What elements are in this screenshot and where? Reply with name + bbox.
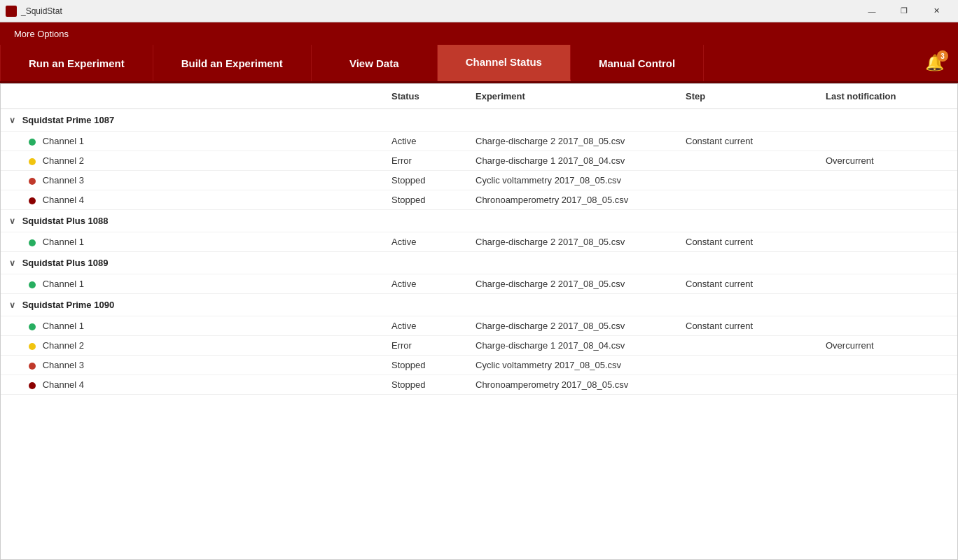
status-dot [29, 343, 36, 350]
channel-experiment-cell: Cyclic voltammetry 2017_08_05.csv [467, 356, 677, 375]
status-dot [29, 139, 36, 146]
channel-experiment-cell: Chronoamperometry 2017_08_05.csv [467, 375, 677, 395]
tab-manual-control[interactable]: Manual Control [571, 45, 704, 81]
status-dot [29, 178, 36, 185]
main-content: Status Experiment Step Last notification… [0, 83, 958, 560]
expand-icon: ∨ [9, 258, 15, 268]
title-bar: _SquidStat — ❐ ✕ [0, 0, 958, 22]
expand-icon: ∨ [9, 300, 15, 310]
channel-status-cell: Active [383, 232, 467, 252]
table-row[interactable]: Channel 1 Active Charge-discharge 2 2017… [1, 132, 957, 151]
col-header-step: Step [677, 84, 817, 109]
channel-name-cell: Channel 1 [1, 132, 383, 151]
channel-notification: Overcurrent [826, 340, 874, 351]
app-icon [6, 6, 17, 17]
table-row[interactable]: Channel 3 Stopped Cyclic voltammetry 201… [1, 356, 957, 375]
channel-name-cell: Channel 1 [1, 316, 383, 336]
device-row[interactable]: ∨ Squidstat Plus 1088 [1, 210, 957, 232]
channel-notification-cell [817, 171, 957, 190]
table-row[interactable]: Channel 1 Active Charge-discharge 2 2017… [1, 274, 957, 294]
channel-step-cell [677, 375, 817, 395]
channel-name-cell: Channel 2 [1, 336, 383, 356]
device-name: Squidstat Plus 1089 [22, 258, 109, 268]
channel-status: Stopped [391, 360, 425, 370]
status-dot [29, 158, 36, 165]
device-name: Squidstat Prime 1087 [22, 115, 115, 125]
channel-experiment-cell: Cyclic voltammetry 2017_08_05.csv [467, 171, 677, 190]
col-header-notification: Last notification [817, 84, 957, 109]
title-bar-controls: — ❐ ✕ [856, 0, 952, 22]
channel-status-cell: Error [383, 151, 467, 171]
channel-step-cell [677, 356, 817, 375]
channel-experiment-cell: Charge-discharge 2 2017_08_05.csv [467, 232, 677, 252]
channel-status: Active [391, 279, 416, 289]
channel-name: Channel 1 [43, 321, 84, 331]
table-row[interactable]: Channel 4 Stopped Chronoamperometry 2017… [1, 375, 957, 395]
channel-status: Active [391, 321, 416, 331]
channel-name-cell: Channel 3 [1, 171, 383, 190]
channel-status-cell: Stopped [383, 356, 467, 375]
channel-name-cell: Channel 4 [1, 375, 383, 395]
tab-build-experiment[interactable]: Build an Experiment [153, 45, 312, 81]
channel-experiment-cell: Charge-discharge 1 2017_08_04.csv [467, 151, 677, 171]
channel-step-cell [677, 190, 817, 210]
status-dot [29, 281, 36, 288]
status-dot [29, 363, 36, 370]
col-header-experiment: Experiment [467, 84, 677, 109]
channel-experiment-cell: Charge-discharge 2 2017_08_05.csv [467, 132, 677, 151]
channel-name: Channel 3 [43, 175, 84, 186]
status-dot [29, 323, 36, 330]
channel-step-cell: Constant current [677, 274, 817, 294]
notification-badge: 3 [937, 50, 948, 62]
device-row[interactable]: ∨ Squidstat Prime 1087 [1, 109, 957, 132]
channel-step: Constant current [686, 136, 753, 146]
channel-notification: Overcurrent [826, 155, 874, 166]
channel-step: Constant current [686, 321, 753, 331]
channel-status-cell: Error [383, 336, 467, 356]
channel-name-cell: Channel 2 [1, 151, 383, 171]
status-dot [29, 239, 36, 246]
channel-experiment: Charge-discharge 2 2017_08_05.csv [475, 237, 625, 247]
close-button[interactable]: ✕ [920, 0, 952, 22]
channel-status-cell: Stopped [383, 375, 467, 395]
more-options-menu[interactable]: More Options [8, 26, 74, 42]
device-name: Squidstat Prime 1090 [22, 300, 115, 310]
device-row[interactable]: ∨ Squidstat Plus 1089 [1, 252, 957, 274]
device-row[interactable]: ∨ Squidstat Prime 1090 [1, 294, 957, 316]
table-row[interactable]: Channel 4 Stopped Chronoamperometry 2017… [1, 190, 957, 210]
channel-status: Error [391, 155, 412, 166]
col-header-status: Status [383, 84, 467, 109]
minimize-button[interactable]: — [856, 0, 888, 22]
table-row[interactable]: Channel 3 Stopped Cyclic voltammetry 201… [1, 171, 957, 190]
channel-notification-cell [817, 375, 957, 395]
table-row[interactable]: Channel 1 Active Charge-discharge 2 2017… [1, 232, 957, 252]
col-header-name [1, 84, 383, 109]
channel-status: Active [391, 237, 416, 247]
channel-name: Channel 1 [43, 136, 84, 146]
table-row[interactable]: Channel 2 Error Charge-discharge 1 2017_… [1, 336, 957, 356]
channel-experiment: Charge-discharge 2 2017_08_05.csv [475, 321, 625, 331]
table-row[interactable]: Channel 2 Error Charge-discharge 1 2017_… [1, 151, 957, 171]
channel-step-cell: Constant current [677, 132, 817, 151]
channel-notification-cell [817, 190, 957, 210]
tab-view-data[interactable]: View Data [312, 45, 438, 81]
channel-status-cell: Active [383, 132, 467, 151]
menu-bar: More Options [0, 22, 958, 45]
channel-experiment-cell: Charge-discharge 2 2017_08_05.csv [467, 274, 677, 294]
device-name: Squidstat Plus 1088 [22, 216, 109, 226]
channel-notification-cell [817, 274, 957, 294]
maximize-button[interactable]: ❐ [888, 0, 920, 22]
channel-name-cell: Channel 1 [1, 274, 383, 294]
channel-status: Active [391, 136, 416, 146]
channel-name-cell: Channel 1 [1, 232, 383, 252]
channel-experiment-cell: Charge-discharge 2 2017_08_05.csv [467, 316, 677, 336]
tab-channel-status[interactable]: Channel Status [438, 45, 571, 81]
channel-experiment: Charge-discharge 1 2017_08_04.csv [475, 155, 625, 166]
table-row[interactable]: Channel 1 Active Charge-discharge 2 2017… [1, 316, 957, 336]
channel-experiment: Cyclic voltammetry 2017_08_05.csv [475, 360, 621, 370]
channel-name: Channel 2 [43, 155, 84, 166]
tab-run-experiment[interactable]: Run an Experiment [0, 45, 153, 81]
notification-bell[interactable]: 🔔 3 [911, 45, 958, 81]
channel-name: Channel 3 [43, 360, 84, 370]
channel-notification-cell [817, 132, 957, 151]
